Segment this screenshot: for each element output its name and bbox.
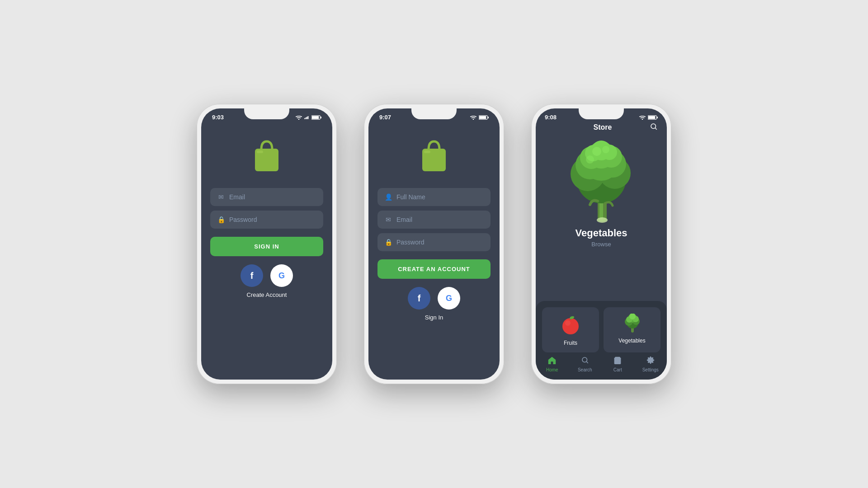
home-icon (547, 356, 557, 366)
signin-screen: ✉ 🔒 SIGN IN f G Create Account (201, 122, 332, 380)
phone-signin: 9:03 ✉ (197, 104, 337, 384)
person-icon: 👤 (385, 193, 392, 201)
email-field-2[interactable]: ✉ (377, 211, 491, 229)
svg-rect-13 (488, 116, 489, 118)
svg-point-39 (597, 217, 608, 223)
password-input-2[interactable] (396, 239, 483, 246)
category-section: Fruits Vegetables (536, 301, 667, 352)
nav-search[interactable]: Search (574, 356, 596, 372)
svg-rect-3 (307, 117, 307, 119)
svg-point-10 (473, 118, 474, 119)
svg-point-36 (592, 147, 601, 156)
lock-icon-2: 🔒 (385, 239, 392, 246)
password-field-2[interactable]: 🔒 (377, 233, 491, 251)
time-1: 9:03 (212, 114, 224, 121)
search-icon (650, 122, 658, 131)
fruits-label: Fruits (564, 340, 577, 346)
cart-icon (613, 356, 622, 366)
create-account-link[interactable]: Create Account (247, 291, 287, 298)
create-account-button[interactable]: CREATE AN ACCOUNT (377, 259, 491, 279)
password-field-1[interactable]: 🔒 (210, 211, 323, 229)
status-icons-1 (295, 115, 321, 120)
search-label: Search (578, 367, 592, 372)
small-broccoli-icon (621, 314, 643, 334)
phone-signup: 9:07 👤 ✉ (364, 104, 504, 384)
category-grid: Fruits Vegetables (542, 307, 660, 352)
search-nav-icon (581, 356, 589, 366)
time-3: 9:08 (545, 114, 557, 121)
svg-rect-18 (648, 116, 655, 118)
hero-area: Vegetables Browse (536, 138, 667, 301)
facebook-button-2[interactable]: f (408, 287, 430, 310)
nav-cart[interactable]: Cart (606, 356, 629, 372)
svg-rect-6 (312, 116, 319, 118)
status-icons-3 (639, 115, 658, 120)
signin-link[interactable]: Sign In (425, 314, 443, 321)
svg-point-40 (562, 318, 579, 334)
wifi-icon-1 (295, 115, 302, 120)
svg-point-51 (582, 357, 587, 362)
svg-point-0 (298, 118, 300, 119)
svg-rect-15 (424, 150, 430, 153)
settings-label: Settings (642, 367, 659, 372)
bottom-nav: Home Search Cart Settings (536, 352, 667, 380)
vegetables-card[interactable]: Vegetables (604, 307, 660, 352)
fullname-input[interactable] (396, 193, 483, 201)
time-2: 9:07 (379, 114, 391, 121)
svg-rect-12 (479, 116, 486, 118)
home-label: Home (546, 367, 558, 372)
cart-label: Cart (613, 367, 622, 372)
facebook-button-1[interactable]: f (241, 264, 263, 287)
lock-icon-1: 🔒 (217, 216, 225, 223)
signin-button[interactable]: SIGN IN (210, 237, 323, 256)
notch-2 (411, 108, 457, 119)
battery-icon-2 (479, 115, 489, 120)
email-icon-1: ✉ (217, 193, 225, 201)
apple-icon (559, 314, 582, 336)
email-icon-2: ✉ (385, 216, 392, 223)
battery-icon-1 (311, 115, 321, 120)
wifi-icon-3 (639, 115, 646, 120)
broccoli-hero (561, 138, 642, 224)
email-input-2[interactable] (396, 216, 483, 223)
social-buttons-1: f G (241, 264, 293, 287)
wifi-icon-2 (470, 115, 477, 120)
svg-point-38 (586, 155, 594, 164)
battery-icon-3 (648, 115, 658, 120)
svg-rect-4 (308, 116, 309, 119)
svg-point-20 (651, 124, 656, 129)
bag-icon-2 (416, 136, 452, 174)
svg-rect-19 (657, 116, 658, 118)
status-icons-2 (470, 115, 489, 120)
bag-icon-1 (249, 136, 285, 174)
nav-home[interactable]: Home (541, 356, 563, 372)
cart-svg-icon (613, 356, 622, 364)
nav-settings[interactable]: Settings (639, 356, 662, 372)
svg-rect-9 (257, 150, 263, 153)
store-search-button[interactable] (650, 122, 658, 132)
social-buttons-2: f G (408, 287, 460, 310)
phone-store: 9:08 Store (531, 104, 671, 384)
home-svg-icon (547, 356, 557, 364)
fullname-field[interactable]: 👤 (377, 188, 491, 206)
store-header: Store (536, 122, 667, 136)
svg-rect-7 (321, 116, 321, 118)
signal-icon-1 (304, 115, 310, 120)
svg-line-52 (586, 361, 588, 363)
svg-point-37 (602, 146, 609, 153)
signup-screen: 👤 ✉ 🔒 CREATE AN ACCOUNT f G Sign In (368, 122, 500, 380)
google-button-2[interactable]: G (438, 287, 460, 310)
svg-rect-1 (304, 118, 305, 119)
search-svg-icon (581, 356, 589, 364)
email-field-1[interactable]: ✉ (210, 188, 323, 206)
notch-3 (579, 108, 624, 119)
svg-point-41 (565, 320, 571, 326)
password-input-1[interactable] (229, 216, 316, 223)
svg-rect-2 (306, 117, 307, 119)
google-button-1[interactable]: G (270, 264, 293, 287)
vegetables-label: Vegetables (618, 338, 645, 344)
fruits-card[interactable]: Fruits (542, 307, 599, 352)
email-input-1[interactable] (229, 193, 316, 201)
notch-1 (244, 108, 289, 119)
browse-text[interactable]: Browse (591, 241, 611, 248)
